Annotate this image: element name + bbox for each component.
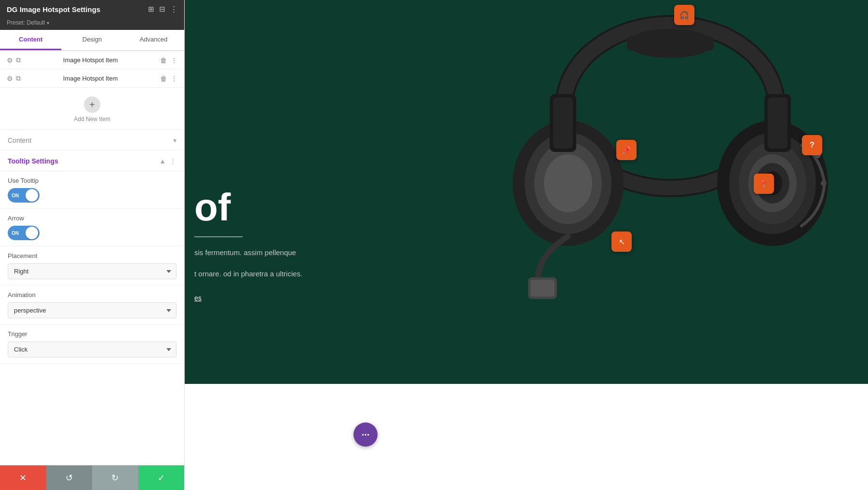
- panel-header: DG Image Hotspot Settings ⊞ ⊟ ⋮: [0, 0, 184, 18]
- content-divider: [194, 236, 243, 237]
- tab-advanced[interactable]: Advanced: [123, 30, 184, 50]
- use-tooltip-label: Use Tooltip: [8, 177, 176, 184]
- headphone-area: 🎧 📌 ? 📍 ↖: [473, 0, 868, 347]
- tab-design[interactable]: Design: [61, 30, 122, 50]
- hotspot-mic[interactable]: ↖: [611, 231, 632, 252]
- more-icon-1[interactable]: ⋮: [171, 56, 177, 64]
- svg-point-21: [821, 180, 827, 186]
- trigger-row: Trigger Click Hover: [0, 325, 184, 364]
- gear-icon-2[interactable]: ⚙: [7, 75, 13, 82]
- tooltip-collapse-icon[interactable]: ▲: [159, 157, 166, 165]
- use-tooltip-row: Use Tooltip ON: [0, 171, 184, 209]
- more-icon-2[interactable]: ⋮: [171, 75, 177, 82]
- left-panel: DG Image Hotspot Settings ⊞ ⊟ ⋮ Preset: …: [0, 0, 185, 490]
- placement-select[interactable]: Right Top Bottom Left: [8, 263, 176, 279]
- arrow-toggle[interactable]: ON: [8, 226, 40, 240]
- svg-rect-15: [553, 97, 573, 149]
- svg-point-5: [544, 154, 592, 212]
- hotspot-right-ear-pin[interactable]: 📍: [754, 174, 774, 194]
- arrow-toggle-container: ON: [8, 226, 176, 240]
- grid-icon[interactable]: ⊞: [148, 5, 154, 14]
- tooltip-section-title: Tooltip Settings: [8, 157, 58, 165]
- copy-icon-1[interactable]: ⧉: [16, 56, 21, 64]
- content-link[interactable]: es: [194, 294, 373, 302]
- use-tooltip-toggle[interactable]: ON: [8, 188, 40, 203]
- content-section-chevron: ▾: [173, 136, 176, 144]
- plus-button[interactable]: +: [84, 96, 100, 113]
- floating-more-button[interactable]: ···: [353, 422, 378, 447]
- undo-button[interactable]: ↺: [46, 465, 93, 490]
- item-row-2: ⚙ ⧉ Image Hotspot Item 🗑 ⋮: [0, 69, 184, 88]
- panel-body: ⚙ ⧉ Image Hotspot Item 🗑 ⋮ ⚙ ⧉ Image Hot…: [0, 51, 184, 465]
- trigger-select[interactable]: Click Hover: [8, 341, 176, 357]
- arrow-on-label: ON: [12, 231, 19, 236]
- content-more-text: t ornare. od in pharetra a ultricies.: [194, 268, 373, 280]
- animation-select[interactable]: perspective fade shift-away shift-toward…: [8, 302, 176, 318]
- tooltip-section-left: Tooltip Settings: [8, 157, 58, 165]
- tooltip-section-right: ▲ ⋮: [159, 157, 176, 165]
- hotspot-left-ear[interactable]: 📌: [616, 140, 637, 160]
- item-row-2-icons: ⚙ ⧉: [7, 74, 21, 82]
- svg-rect-13: [627, 36, 714, 51]
- preset-arrow: ▾: [47, 20, 49, 26]
- trigger-label: Trigger: [8, 330, 176, 338]
- use-tooltip-on-label: ON: [12, 193, 19, 198]
- bottom-white-area: [185, 384, 868, 490]
- preset-label: Preset: Default: [7, 19, 45, 26]
- arrow-label: Arrow: [8, 215, 176, 222]
- more-icon[interactable]: ⋮: [170, 5, 177, 14]
- tooltip-more-icon[interactable]: ⋮: [170, 157, 176, 165]
- hotspot-top[interactable]: 🎧: [674, 5, 694, 25]
- copy-icon-2[interactable]: ⧉: [16, 74, 21, 82]
- headphone-svg: [502, 10, 839, 338]
- animation-row: Animation perspective fade shift-away sh…: [0, 286, 184, 325]
- item-label-2: Image Hotspot Item: [25, 75, 156, 82]
- panel-tabs: Content Design Advanced: [0, 30, 184, 51]
- delete-icon-1[interactable]: 🗑: [160, 56, 167, 64]
- arrow-row: Arrow ON: [0, 209, 184, 246]
- item-row-1-icons: ⚙ ⧉: [7, 56, 21, 64]
- content-big-text: of: [194, 188, 373, 227]
- content-section-label: Content: [8, 136, 31, 144]
- panel-header-icons: ⊞ ⊟ ⋮: [148, 5, 177, 14]
- item-label-1: Image Hotspot Item: [25, 56, 156, 64]
- svg-rect-11: [530, 280, 555, 297]
- animation-label: Animation: [8, 291, 176, 299]
- add-new-item-label: Add New Item: [74, 116, 110, 122]
- tab-content[interactable]: Content: [0, 30, 61, 50]
- item-row-1: ⚙ ⧉ Image Hotspot Item 🗑 ⋮: [0, 51, 184, 69]
- right-area: of sis fermentum. assim pellenque t orna…: [185, 0, 868, 490]
- gear-icon-1[interactable]: ⚙: [7, 56, 13, 64]
- save-button[interactable]: ✓: [138, 465, 185, 490]
- delete-icon-2[interactable]: 🗑: [160, 75, 167, 82]
- use-tooltip-thumb: [26, 189, 38, 202]
- layout-icon[interactable]: ⊟: [159, 5, 165, 14]
- use-tooltip-toggle-container: ON: [8, 188, 176, 203]
- arrow-thumb: [26, 227, 38, 239]
- hotspot-right-ear-question[interactable]: ?: [802, 135, 822, 155]
- panel-title: DG Image Hotspot Settings: [7, 5, 100, 14]
- item-row-1-actions: 🗑 ⋮: [160, 56, 177, 64]
- bottom-toolbar: ✕ ↺ ↻ ✓: [0, 465, 184, 490]
- add-new-item[interactable]: + Add New Item: [0, 88, 184, 130]
- placement-label: Placement: [8, 252, 176, 259]
- cancel-button[interactable]: ✕: [0, 465, 46, 490]
- content-body-text: sis fermentum. assim pellenque: [194, 247, 373, 259]
- svg-rect-17: [768, 97, 787, 149]
- tooltip-section-header: Tooltip Settings ▲ ⋮: [0, 150, 184, 171]
- redo-button[interactable]: ↻: [92, 465, 138, 490]
- panel-preset[interactable]: Preset: Default ▾: [0, 18, 184, 30]
- placement-row: Placement Right Top Bottom Left: [0, 246, 184, 286]
- content-section-header[interactable]: Content ▾: [0, 130, 184, 150]
- item-row-2-actions: 🗑 ⋮: [160, 75, 177, 82]
